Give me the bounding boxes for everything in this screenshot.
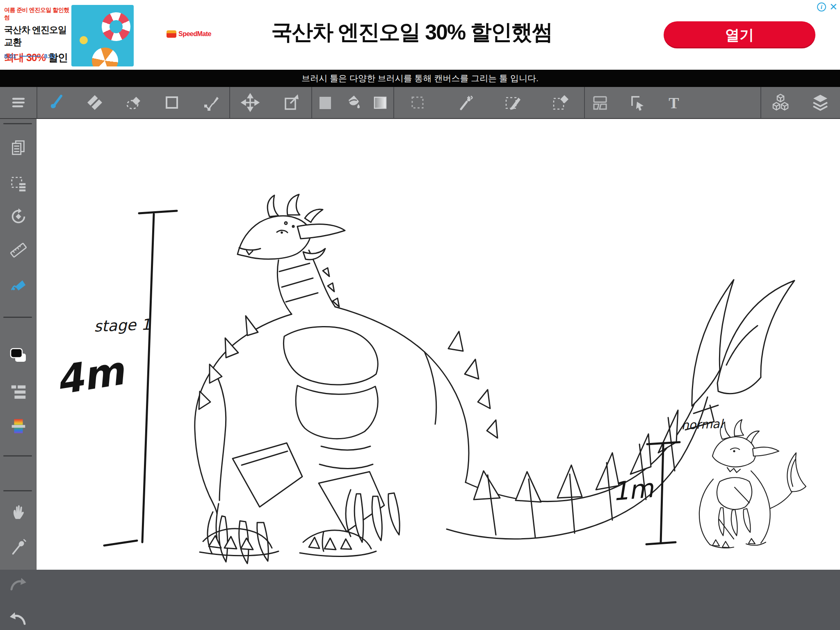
color-palette-icon[interactable]: [7, 415, 30, 438]
canvas-area[interactable]: stage 1 4m normal 1m: [37, 119, 840, 570]
tool-hint-bar: 브러시 툴은 다양한 브러시를 통해 캔버스를 그리는 툴 입니다.: [0, 70, 840, 87]
select-eraser-tool-icon[interactable]: [549, 91, 572, 114]
divider: [3, 123, 32, 124]
select-options-icon[interactable]: [7, 172, 30, 195]
ad-thumbnail-image[interactable]: [71, 5, 134, 66]
layers-icon[interactable]: [809, 91, 832, 114]
beach-ball-icon: [89, 44, 122, 66]
ad-info-icon[interactable]: i: [817, 2, 826, 11]
small-dragon-drawing: [699, 420, 806, 548]
menu-icon[interactable]: [7, 91, 30, 114]
transform-tool-icon[interactable]: [280, 91, 303, 114]
big-dragon-drawing: [195, 194, 794, 564]
eyedropper-icon[interactable]: [7, 535, 30, 558]
move-tool-icon[interactable]: [239, 91, 262, 114]
object-select-tool-icon[interactable]: [625, 91, 648, 114]
bottom-strip: 5016*3541px 350dpi 82% 브러시: 5.0px 100%: [0, 570, 840, 630]
shape-rect-tool-icon[interactable]: [160, 91, 183, 114]
paint-bucket-tool-icon[interactable]: [341, 91, 364, 114]
hand-tool-icon[interactable]: [7, 500, 30, 523]
fill-rect-tool-icon[interactable]: [314, 91, 337, 114]
airbrush-icon[interactable]: [7, 273, 30, 296]
material-3d-icon[interactable]: [769, 91, 792, 114]
fg-bg-color-swatch[interactable]: [7, 344, 30, 367]
swim-ring-icon: [98, 8, 134, 45]
ruler-icon[interactable]: [7, 239, 30, 262]
annotation-normal: normal: [681, 417, 723, 432]
undo-icon[interactable]: [7, 607, 29, 629]
gradient-tool-icon[interactable]: [369, 91, 392, 114]
ad-headline: 국산차 엔진오일 교환: [4, 24, 70, 48]
date-dash: [19, 56, 41, 57]
select-pen-tool-icon[interactable]: [501, 91, 524, 114]
annotation-small-height: 1m: [611, 473, 655, 507]
lasso-eraser-tool-icon[interactable]: [122, 91, 145, 114]
divider: [3, 490, 32, 491]
rotate-canvas-icon[interactable]: [7, 205, 30, 228]
annotation-stage: stage 1: [94, 316, 151, 336]
left-sidebar: [0, 119, 37, 570]
divider: [3, 317, 32, 318]
svg-text:T: T: [669, 94, 679, 112]
text-tool-icon[interactable]: T: [662, 91, 685, 114]
ad-banner: 여름 준비 엔진오일 할인했썸 국산차 엔진오일 교환 최대 30% 할인 8.…: [0, 0, 840, 70]
redo-icon[interactable]: [7, 573, 29, 594]
select-rect-tool-icon[interactable]: [406, 91, 429, 114]
brush-tool-icon[interactable]: [45, 91, 68, 114]
ad-date-range: 8.01 8.31: [4, 52, 66, 59]
ad-date-end: 8.31: [44, 52, 56, 59]
eraser-tool-icon[interactable]: [83, 91, 106, 114]
tool-hint-text: 브러시 툴은 다양한 브러시를 통해 캔버스를 그리는 툴 입니다.: [301, 73, 539, 84]
pages-icon[interactable]: [7, 136, 30, 159]
yellow-float-icon: [80, 36, 88, 44]
brush-list-icon[interactable]: [7, 379, 30, 402]
divider: [3, 455, 32, 457]
vector-pen-tool-icon[interactable]: [199, 91, 222, 114]
ad-tagline: 여름 준비 엔진오일 할인했썸: [4, 7, 70, 21]
panel-divide-tool-icon[interactable]: [589, 91, 612, 114]
ad-close-icon[interactable]: ✕: [829, 2, 838, 11]
ad-title: 국산차 엔진오일 30% 할인했썸: [197, 18, 627, 47]
magic-wand-tool-icon[interactable]: [454, 91, 477, 114]
dragon-sketch: [37, 119, 840, 570]
ad-date-start: 8.01: [4, 52, 16, 59]
speedmate-mark-icon: [167, 30, 176, 38]
ad-open-button[interactable]: 열기: [664, 21, 815, 48]
top-toolbar: T: [0, 87, 840, 119]
